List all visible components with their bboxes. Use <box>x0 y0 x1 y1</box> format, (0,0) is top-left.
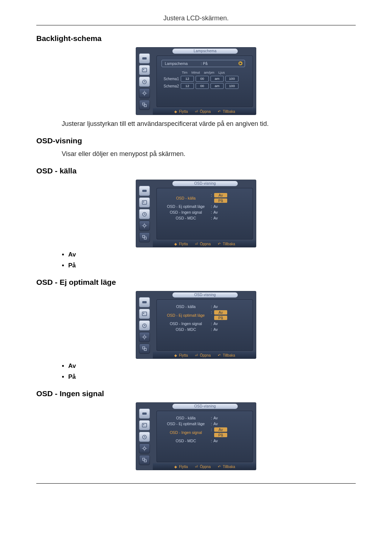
page-header: Justera LCD-skärmen. <box>36 15 356 25</box>
osd-row: OSD - källa:Av <box>161 416 249 420</box>
lamp-headers: Tim Minut am/pm Ljus <box>182 70 249 74</box>
backlight-description: Justerar ljusstyrkan till ett användarsp… <box>62 120 356 128</box>
osd-val: :Av <box>211 204 218 209</box>
osd-sidebar <box>136 296 153 358</box>
osd-title: OSD-visning <box>172 181 238 186</box>
lamp-ljus[interactable]: 100 <box>225 76 238 82</box>
svg-rect-0 <box>142 57 147 59</box>
svg-rect-22 <box>142 423 147 427</box>
svg-point-9 <box>143 201 144 202</box>
footer-oppna: ⏎Öppna <box>195 110 211 114</box>
footer-flytta: ◆Flytta <box>173 242 188 246</box>
lamp-ljus[interactable]: 100 <box>225 83 238 89</box>
osd-row: OSD - Ingen signal:Av <box>161 210 249 214</box>
lamp-ampm[interactable]: am <box>211 76 224 82</box>
lamp-row-label: Schema1 <box>161 77 179 81</box>
osd-title: OSD-visning <box>172 292 238 297</box>
osd-val[interactable]: På <box>214 198 227 203</box>
osd-row: OSD - källa:Av <box>161 304 249 309</box>
osd-sidebar <box>136 53 153 115</box>
svg-point-2 <box>143 69 144 70</box>
osd-screenshot-ingen: OSD-visning OSD - källa:Av OSD - Ej opti… <box>136 402 256 470</box>
osd-row-label: OSD - Ej optimalt läge <box>161 313 211 317</box>
divider-top <box>36 25 356 25</box>
arrow-right-icon[interactable]: ▶ <box>238 61 242 65</box>
lamp-ampm[interactable]: am <box>211 83 224 89</box>
osd-content: OSD - källa:Av OSD - Ej optimalt läge:Av… <box>156 411 253 462</box>
svg-point-16 <box>143 313 144 314</box>
lampschema-selector[interactable]: Lampschema : På ▶ <box>162 60 245 67</box>
multi-icon <box>139 344 150 354</box>
move-icon: ◆ <box>173 465 177 469</box>
section-title-osd-ingen: OSD - Ingen signal <box>36 389 356 398</box>
timer-icon <box>139 432 150 442</box>
enter-icon: ⏎ <box>195 242 199 246</box>
option-pa: På <box>68 262 356 269</box>
osd-footer: ◆Flytta ⏎Öppna ↶Tillbaka <box>153 463 256 470</box>
osd-row-label: OSD - källa <box>161 416 211 420</box>
svg-rect-15 <box>142 312 147 316</box>
osd-val: :Av <box>211 304 218 309</box>
footer-flytta: ◆Flytta <box>173 465 188 469</box>
osd-row-label: OSD - Ingen signal <box>161 430 211 435</box>
osd-row: OSD - MDC:Av <box>161 216 249 220</box>
footer-tillbaka: ↶Tillbaka <box>217 242 235 246</box>
osd-row-label: OSD - Ingen signal <box>161 321 211 326</box>
footer-oppna: ⏎Öppna <box>195 353 211 357</box>
svg-rect-1 <box>142 68 147 72</box>
settings-icon <box>139 88 150 98</box>
lamp-minut[interactable]: 00 <box>196 76 209 82</box>
osd-screenshot-kalla: OSD-visning OSD - källa:AvPå OSD - Ej op… <box>136 180 256 247</box>
osd-content: OSD - källa:AvPå OSD - Ej optimalt läge:… <box>156 188 253 239</box>
footer-flytta: ◆Flytta <box>173 110 188 114</box>
osd-kalla-options: Av På <box>68 251 356 269</box>
osd-row: OSD - Ingen signal:Av <box>161 321 249 326</box>
footer-oppna: ⏎Öppna <box>195 465 211 469</box>
move-icon: ◆ <box>173 242 177 246</box>
footer-tillbaka: ↶Tillbaka <box>217 465 235 469</box>
svg-rect-14 <box>142 301 147 303</box>
osd-val[interactable]: På <box>214 316 227 320</box>
osd-row-label: OSD - MDC <box>161 327 211 332</box>
osd-row[interactable]: OSD - källa:AvPå <box>161 193 249 203</box>
lamp-tim[interactable]: 12 <box>181 83 194 89</box>
lamp-minut[interactable]: 00 <box>196 83 209 89</box>
lamp-tim[interactable]: 12 <box>181 76 194 82</box>
lamp-row: Schema1 12 00 am 100 <box>161 76 249 82</box>
osd-row-label: OSD - Ej optimalt läge <box>161 204 211 209</box>
osd-val[interactable]: Av <box>214 193 227 197</box>
screenshot-lampschema-wrap: Lampschema Lampschema : På ▶ Tim Minut a… <box>36 47 356 115</box>
lampschema-label: Lampschema <box>165 61 188 66</box>
back-icon: ↶ <box>217 353 221 357</box>
move-icon: ◆ <box>173 353 177 357</box>
section-title-backlight: Backlight-schema <box>36 34 356 43</box>
osd-val[interactable]: Av <box>214 310 227 315</box>
option-pa: På <box>68 373 356 381</box>
osd-row[interactable]: OSD - Ej optimalt läge:AvPå <box>161 310 249 320</box>
lamp-row: Schema2 12 00 am 100 <box>161 83 249 89</box>
back-icon: ↶ <box>217 242 221 246</box>
move-icon: ◆ <box>173 110 177 114</box>
osd-val[interactable]: På <box>214 433 227 437</box>
osd-val[interactable]: Av <box>214 427 227 432</box>
image-icon <box>139 309 150 319</box>
osd-row: OSD - MDC:Av <box>161 327 249 332</box>
osd-content: OSD - källa:Av OSD - Ej optimalt läge:Av… <box>156 299 253 351</box>
osd-footer: ◆Flytta ⏎Öppna ↶Tillbaka <box>153 241 256 247</box>
osd-footer: ◆Flytta ⏎Öppna ↶Tillbaka <box>153 352 256 358</box>
osd-val: :Av <box>211 439 218 443</box>
option-av: Av <box>68 251 356 258</box>
osd-screenshot-ejopt: OSD-visning OSD - källa:Av OSD - Ej opti… <box>136 291 256 359</box>
lamp-rows: Schema1 12 00 am 100Schema2 12 00 am 100 <box>161 76 249 89</box>
osd-row[interactable]: OSD - Ingen signal:AvPå <box>161 427 249 437</box>
osd-row-label: OSD - MDC <box>161 216 211 220</box>
osd-ejopt-options: Av På <box>68 362 356 381</box>
back-icon: ↶ <box>217 465 221 469</box>
input-icon <box>139 186 150 196</box>
svg-rect-8 <box>142 201 147 205</box>
section-title-osd-kalla: OSD - källa <box>36 167 356 175</box>
footer-oppna: ⏎Öppna <box>195 242 211 246</box>
back-icon: ↶ <box>217 110 221 114</box>
settings-icon <box>139 332 150 342</box>
osd-title: OSD-visning <box>172 404 238 409</box>
